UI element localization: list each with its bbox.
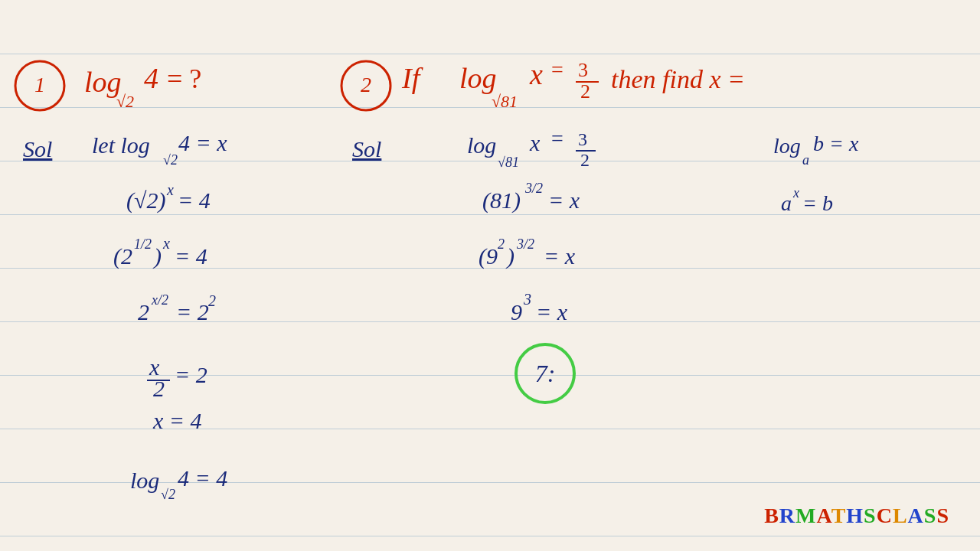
- svg-text:1: 1: [34, 73, 45, 96]
- svg-text:a: a: [802, 152, 809, 168]
- svg-text:4 = x: 4 = x: [178, 130, 227, 155]
- circle-annotation: 7:: [514, 343, 576, 404]
- svg-text:x: x: [162, 235, 170, 252]
- svg-text:a: a: [781, 191, 792, 215]
- svg-text:= x: = x: [544, 243, 576, 269]
- svg-text:If: If: [401, 62, 423, 94]
- svg-text:(81): (81): [482, 187, 521, 214]
- brand-letter-m: M: [795, 504, 816, 527]
- svg-text:b = x: b = x: [813, 132, 859, 155]
- brand-letter-s3: S: [936, 504, 949, 527]
- svg-text:2: 2: [153, 376, 165, 401]
- math-content: 1 log √2 4 = ? 2 If log √81 x = 3 2 then…: [0, 0, 980, 551]
- svg-text:(√2): (√2): [126, 187, 165, 214]
- svg-text:log: log: [459, 62, 497, 94]
- svg-text:4: 4: [144, 62, 158, 94]
- svg-text:√81: √81: [492, 92, 518, 111]
- svg-text:x: x: [792, 185, 799, 201]
- svg-text:Sol: Sol: [23, 136, 52, 161]
- svg-text:1/2: 1/2: [134, 236, 152, 252]
- brand-letter-h: H: [846, 504, 864, 527]
- svg-text:2: 2: [580, 150, 590, 170]
- brand-letter-s2: S: [924, 504, 937, 527]
- svg-text:x/2: x/2: [151, 292, 168, 308]
- svg-text:√81: √81: [498, 155, 519, 170]
- svg-text:2: 2: [208, 292, 216, 309]
- svg-text:√2: √2: [116, 92, 134, 111]
- svg-text:2: 2: [361, 73, 371, 96]
- svg-text:= 2: = 2: [175, 362, 207, 387]
- svg-text:x = 4: x = 4: [152, 408, 202, 433]
- svg-text:= 2: = 2: [176, 299, 209, 324]
- svg-text:3: 3: [578, 59, 588, 81]
- svg-text:2: 2: [138, 299, 149, 324]
- brand-letter-a: A: [816, 504, 831, 527]
- svg-text:then find x =: then find x =: [611, 65, 745, 93]
- svg-text:√2: √2: [161, 487, 175, 502]
- circle-annotation-text: 7:: [535, 360, 556, 388]
- brand-letter-t: T: [831, 504, 847, 527]
- svg-text:): ): [152, 243, 162, 269]
- svg-text:= b: = b: [802, 191, 833, 215]
- brand-letter-a2: A: [908, 504, 924, 527]
- brand-letter-s: S: [864, 504, 877, 527]
- svg-text:3: 3: [578, 129, 587, 149]
- svg-text:= 4: = 4: [175, 243, 207, 269]
- svg-text:2: 2: [580, 80, 590, 103]
- brand-letter-c: C: [877, 504, 893, 527]
- svg-text:): ): [505, 243, 514, 269]
- svg-text:x: x: [529, 58, 543, 90]
- svg-text:= 4: = 4: [178, 187, 211, 213]
- svg-text:(9: (9: [479, 243, 498, 269]
- svg-text:x: x: [166, 181, 174, 198]
- svg-text:=  ?: = ?: [167, 64, 201, 94]
- brand-letter-b: B: [764, 504, 779, 527]
- svg-text:9: 9: [511, 299, 522, 324]
- svg-text:√2: √2: [163, 152, 178, 168]
- svg-text:x: x: [529, 130, 541, 155]
- svg-text:log: log: [467, 132, 496, 158]
- brand-letter-l: L: [893, 504, 908, 527]
- svg-text:3/2: 3/2: [516, 236, 534, 252]
- svg-text:let  log: let log: [92, 132, 150, 158]
- svg-text:3: 3: [523, 291, 531, 308]
- svg-text:=: =: [551, 126, 564, 150]
- svg-text:= x: = x: [548, 187, 580, 213]
- svg-text:=: =: [551, 57, 564, 81]
- svg-text:Sol: Sol: [352, 136, 381, 161]
- brand-letter-r: R: [779, 504, 795, 527]
- svg-text:(2: (2: [113, 243, 132, 269]
- svg-text:log: log: [130, 468, 159, 493]
- brand-logo: BRMATHSCLASS: [764, 504, 949, 528]
- svg-text:log: log: [773, 134, 801, 158]
- svg-text:3/2: 3/2: [524, 181, 543, 196]
- svg-text:4 = 4: 4 = 4: [178, 465, 227, 491]
- svg-text:= x: = x: [536, 299, 568, 324]
- svg-text:2: 2: [498, 236, 505, 252]
